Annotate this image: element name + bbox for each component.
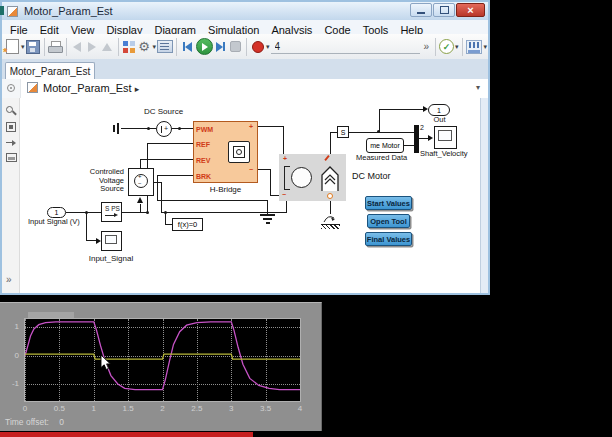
out-label: Out (430, 116, 449, 125)
cvs-label: ControlledVoltageSource (62, 168, 124, 194)
mechanical-ground-arrow (322, 211, 338, 224)
input-signal-label: Input Signal (V) (28, 218, 80, 227)
hbridge-port-rev: REV (196, 157, 210, 164)
wire (161, 182, 162, 213)
desktop-fragment (0, 6, 4, 15)
wire (157, 176, 158, 200)
measured-data-block[interactable]: me Motor (366, 138, 404, 153)
block-diagram: DC Source + ControlledVoltageSource + − … (0, 0, 490, 293)
scope-y-tick-label: -1 (12, 379, 19, 388)
scope-x-tick-label: 1.5 (119, 404, 137, 413)
wire (349, 132, 379, 133)
scope-ytick-labels: -101 (0, 319, 22, 401)
shaft-velocity-label: Shaft_Velocity (420, 150, 468, 159)
wire (404, 145, 414, 146)
h-bridge-label: H-Bridge (193, 185, 258, 194)
mux-block[interactable] (414, 125, 419, 153)
wire (140, 204, 141, 212)
scope-series-shaft-velocity (25, 322, 300, 390)
scope-xtick-labels: 00.511.522.533.54 (25, 401, 300, 413)
scope-x-tick-label: 2 (154, 404, 172, 413)
h-bridge-block[interactable]: PWM REF REV BRK + − (193, 121, 258, 183)
ground-bar (117, 123, 119, 134)
wire (379, 109, 424, 110)
wire-junction (164, 211, 167, 214)
wire-junction (178, 127, 181, 130)
scope-x-tick-label: 1 (85, 404, 103, 413)
dc-source-label: DC Source (144, 107, 183, 116)
shaft-velocity-scope-block[interactable] (434, 126, 457, 149)
controlled-voltage-source-block[interactable]: + − (128, 168, 154, 196)
wire-arrow (428, 135, 433, 141)
wire-junction (147, 127, 150, 130)
simulink-ps-converter-block[interactable]: S PS (101, 202, 122, 222)
start-values-button[interactable]: Start Values (365, 196, 412, 210)
recording-bar (0, 432, 253, 437)
cvs-input-arrow (137, 197, 143, 203)
hbridge-port-pwm: PWM (196, 126, 213, 133)
motor-icon (284, 166, 290, 190)
desktop: { "window": { "title": "Motor_Param_Est"… (0, 0, 612, 437)
hbridge-port-ref: REF (196, 141, 210, 148)
wire-junction (146, 211, 149, 214)
wire (286, 200, 287, 213)
wire (86, 213, 87, 241)
wire (330, 132, 337, 133)
wire (122, 212, 148, 213)
wire (157, 200, 268, 201)
open-tool-button[interactable]: Open Tool (367, 214, 410, 228)
dc-source-block[interactable]: + (156, 121, 172, 137)
wire (258, 126, 284, 127)
scope-x-tick-label: 0.5 (50, 404, 68, 413)
scope-x-tick-label: 4 (291, 404, 309, 413)
input-scope-block[interactable] (101, 231, 122, 251)
dc-motor-block[interactable]: + − (279, 154, 346, 201)
electrical-ground-icon (263, 218, 272, 220)
dc-motor-label: DC Motor (352, 171, 391, 181)
measured-data-label: Measured Data (356, 154, 407, 163)
scope-series-input-signal (25, 354, 300, 359)
scope-window: -101 00.511.522.533.54 Time offset: 0 (0, 302, 322, 431)
ground-bar (113, 125, 115, 132)
sensor-c-port (327, 193, 333, 199)
ps-simulink-converter-block[interactable]: S (337, 126, 349, 138)
wire (379, 132, 414, 133)
mouse-cursor (100, 355, 112, 372)
motor-icon-circle (291, 167, 312, 188)
wire (379, 110, 380, 132)
sensor-r-mark (324, 155, 329, 161)
mechanical-ground-hatch (321, 225, 340, 229)
scope-y-tick-label: 0 (15, 351, 19, 360)
rotation-sensor-icon (319, 163, 341, 195)
mux-port-count: 2 (420, 124, 424, 132)
wire (140, 160, 141, 168)
time-offset-value: 0 (59, 417, 64, 427)
time-offset: Time offset: 0 (5, 417, 64, 427)
scope-x-tick-label: 2.5 (188, 404, 206, 413)
scope-toolbar-remnant (28, 312, 74, 318)
solver-block[interactable]: f(x)=0 (172, 218, 203, 231)
wire (157, 175, 193, 176)
electrical-ground-icon (260, 214, 275, 216)
wire (121, 128, 156, 129)
scope-x-tick-label: 3 (222, 404, 240, 413)
scope-x-tick-label: 0 (16, 404, 34, 413)
wire (172, 128, 193, 129)
wire (161, 212, 286, 213)
final-values-button[interactable]: Final Values (365, 232, 412, 246)
hbridge-port-brk: BRK (196, 173, 211, 180)
scope-curves (25, 319, 300, 401)
input-scope-label: Input_Signal (86, 254, 136, 263)
scope-y-tick-label: 1 (15, 322, 19, 331)
electrical-ground-icon (266, 222, 270, 224)
wire (270, 170, 271, 196)
wire (147, 143, 193, 144)
time-offset-label: Time offset: (5, 417, 49, 427)
scope-x-tick-label: 3.5 (257, 404, 275, 413)
scope-plot (25, 319, 300, 401)
wire (66, 212, 101, 213)
wire (140, 159, 193, 160)
hbridge-inner-icon (228, 141, 250, 163)
